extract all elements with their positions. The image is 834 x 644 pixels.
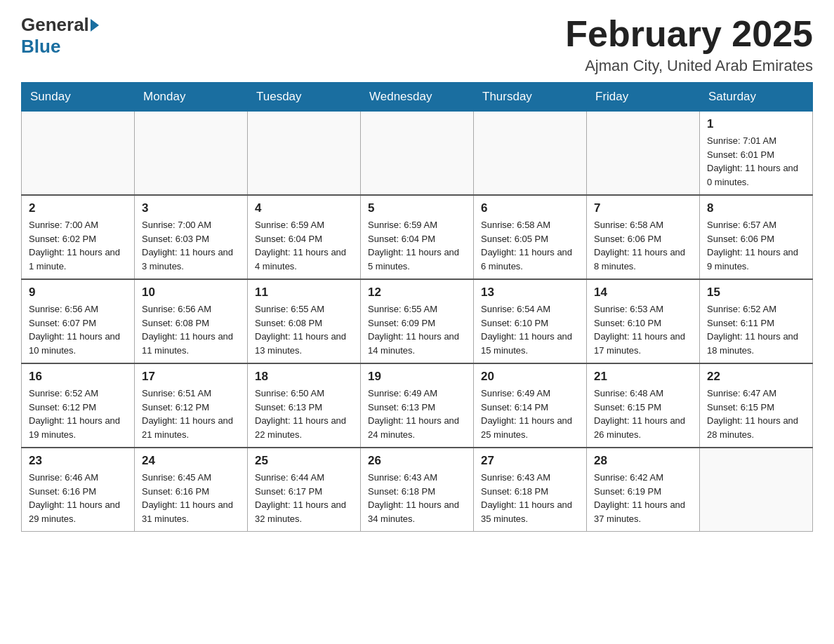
calendar-cell: 10Sunrise: 6:56 AMSunset: 6:08 PMDayligh… — [135, 279, 248, 363]
calendar-cell: 8Sunrise: 6:57 AMSunset: 6:06 PMDaylight… — [700, 195, 813, 279]
calendar-week-row: 16Sunrise: 6:52 AMSunset: 6:12 PMDayligh… — [22, 363, 813, 448]
day-info: Sunrise: 6:54 AMSunset: 6:10 PMDaylight:… — [481, 302, 579, 357]
day-number: 12 — [368, 286, 466, 300]
calendar-cell: 3Sunrise: 7:00 AMSunset: 6:03 PMDaylight… — [135, 195, 248, 279]
day-info: Sunrise: 6:59 AMSunset: 6:04 PMDaylight:… — [368, 218, 466, 273]
day-info: Sunrise: 6:55 AMSunset: 6:09 PMDaylight:… — [368, 302, 466, 357]
day-number: 19 — [368, 370, 466, 384]
calendar-cell — [361, 112, 474, 196]
day-number: 17 — [142, 370, 240, 384]
calendar-cell: 11Sunrise: 6:55 AMSunset: 6:08 PMDayligh… — [248, 279, 361, 363]
day-info: Sunrise: 6:56 AMSunset: 6:07 PMDaylight:… — [29, 302, 127, 357]
day-info: Sunrise: 7:00 AMSunset: 6:02 PMDaylight:… — [29, 218, 127, 273]
calendar-cell: 15Sunrise: 6:52 AMSunset: 6:11 PMDayligh… — [700, 279, 813, 363]
day-info: Sunrise: 6:56 AMSunset: 6:08 PMDaylight:… — [142, 302, 240, 357]
calendar-cell: 5Sunrise: 6:59 AMSunset: 6:04 PMDaylight… — [361, 195, 474, 279]
day-info: Sunrise: 6:45 AMSunset: 6:16 PMDaylight:… — [142, 471, 240, 525]
calendar-cell: 7Sunrise: 6:58 AMSunset: 6:06 PMDaylight… — [587, 195, 700, 279]
day-number: 2 — [29, 201, 127, 215]
calendar-cell: 26Sunrise: 6:43 AMSunset: 6:18 PMDayligh… — [361, 448, 474, 532]
weekday-header-saturday: Saturday — [700, 83, 813, 112]
calendar-table: SundayMondayTuesdayWednesdayThursdayFrid… — [21, 82, 813, 532]
page-header: General Blue February 2025 Ajman City, U… — [21, 14, 813, 75]
day-number: 14 — [594, 286, 692, 300]
logo-general-text: General — [21, 14, 89, 36]
calendar-cell: 1Sunrise: 7:01 AMSunset: 6:01 PMDaylight… — [700, 112, 813, 196]
day-number: 28 — [594, 454, 692, 468]
weekday-header-monday: Monday — [135, 83, 248, 112]
calendar-week-row: 23Sunrise: 6:46 AMSunset: 6:16 PMDayligh… — [22, 448, 813, 532]
day-info: Sunrise: 6:49 AMSunset: 6:13 PMDaylight:… — [368, 387, 466, 441]
day-info: Sunrise: 6:43 AMSunset: 6:18 PMDaylight:… — [368, 471, 466, 525]
weekday-header-wednesday: Wednesday — [361, 83, 474, 112]
day-info: Sunrise: 6:49 AMSunset: 6:14 PMDaylight:… — [481, 387, 579, 441]
weekday-header-tuesday: Tuesday — [248, 83, 361, 112]
day-info: Sunrise: 6:46 AMSunset: 6:16 PMDaylight:… — [29, 471, 127, 525]
day-number: 7 — [594, 201, 692, 215]
calendar-header-row: SundayMondayTuesdayWednesdayThursdayFrid… — [22, 83, 813, 112]
month-title: February 2025 — [565, 14, 813, 54]
day-info: Sunrise: 6:58 AMSunset: 6:06 PMDaylight:… — [594, 218, 692, 273]
calendar-cell — [135, 112, 248, 196]
day-info: Sunrise: 6:55 AMSunset: 6:08 PMDaylight:… — [255, 302, 353, 357]
day-number: 27 — [481, 454, 579, 468]
logo: General Blue — [21, 14, 100, 58]
calendar-cell: 23Sunrise: 6:46 AMSunset: 6:16 PMDayligh… — [22, 448, 135, 532]
day-number: 24 — [142, 454, 240, 468]
day-number: 26 — [368, 454, 466, 468]
calendar-week-row: 9Sunrise: 6:56 AMSunset: 6:07 PMDaylight… — [22, 279, 813, 363]
calendar-cell — [248, 112, 361, 196]
day-number: 10 — [142, 286, 240, 300]
day-number: 9 — [29, 286, 127, 300]
weekday-header-thursday: Thursday — [474, 83, 587, 112]
day-number: 13 — [481, 286, 579, 300]
calendar-cell: 13Sunrise: 6:54 AMSunset: 6:10 PMDayligh… — [474, 279, 587, 363]
calendar-cell: 18Sunrise: 6:50 AMSunset: 6:13 PMDayligh… — [248, 363, 361, 448]
day-number: 23 — [29, 454, 127, 468]
day-info: Sunrise: 6:43 AMSunset: 6:18 PMDaylight:… — [481, 471, 579, 525]
day-number: 22 — [707, 370, 805, 384]
calendar-cell: 12Sunrise: 6:55 AMSunset: 6:09 PMDayligh… — [361, 279, 474, 363]
calendar-cell: 6Sunrise: 6:58 AMSunset: 6:05 PMDaylight… — [474, 195, 587, 279]
calendar-cell: 20Sunrise: 6:49 AMSunset: 6:14 PMDayligh… — [474, 363, 587, 448]
calendar-cell: 9Sunrise: 6:56 AMSunset: 6:07 PMDaylight… — [22, 279, 135, 363]
calendar-cell: 4Sunrise: 6:59 AMSunset: 6:04 PMDaylight… — [248, 195, 361, 279]
day-number: 21 — [594, 370, 692, 384]
day-info: Sunrise: 6:59 AMSunset: 6:04 PMDaylight:… — [255, 218, 353, 273]
calendar-cell: 24Sunrise: 6:45 AMSunset: 6:16 PMDayligh… — [135, 448, 248, 532]
day-number: 4 — [255, 201, 353, 215]
calendar-cell: 21Sunrise: 6:48 AMSunset: 6:15 PMDayligh… — [587, 363, 700, 448]
calendar-cell: 25Sunrise: 6:44 AMSunset: 6:17 PMDayligh… — [248, 448, 361, 532]
calendar-cell: 28Sunrise: 6:42 AMSunset: 6:19 PMDayligh… — [587, 448, 700, 532]
calendar-cell: 14Sunrise: 6:53 AMSunset: 6:10 PMDayligh… — [587, 279, 700, 363]
day-info: Sunrise: 6:44 AMSunset: 6:17 PMDaylight:… — [255, 471, 353, 525]
calendar-cell: 16Sunrise: 6:52 AMSunset: 6:12 PMDayligh… — [22, 363, 135, 448]
day-number: 25 — [255, 454, 353, 468]
day-info: Sunrise: 6:58 AMSunset: 6:05 PMDaylight:… — [481, 218, 579, 273]
calendar-cell — [22, 112, 135, 196]
day-info: Sunrise: 6:57 AMSunset: 6:06 PMDaylight:… — [707, 218, 805, 273]
calendar-week-row: 2Sunrise: 7:00 AMSunset: 6:02 PMDaylight… — [22, 195, 813, 279]
title-section: February 2025 Ajman City, United Arab Em… — [565, 14, 813, 75]
day-info: Sunrise: 6:52 AMSunset: 6:12 PMDaylight:… — [29, 387, 127, 441]
day-number: 6 — [481, 201, 579, 215]
day-number: 20 — [481, 370, 579, 384]
day-info: Sunrise: 6:53 AMSunset: 6:10 PMDaylight:… — [594, 302, 692, 357]
logo-blue-text: Blue — [21, 36, 60, 58]
day-info: Sunrise: 7:00 AMSunset: 6:03 PMDaylight:… — [142, 218, 240, 273]
calendar-cell: 22Sunrise: 6:47 AMSunset: 6:15 PMDayligh… — [700, 363, 813, 448]
day-info: Sunrise: 6:50 AMSunset: 6:13 PMDaylight:… — [255, 387, 353, 441]
calendar-cell — [587, 112, 700, 196]
day-number: 16 — [29, 370, 127, 384]
weekday-header-friday: Friday — [587, 83, 700, 112]
day-number: 15 — [707, 286, 805, 300]
day-info: Sunrise: 6:48 AMSunset: 6:15 PMDaylight:… — [594, 387, 692, 441]
day-info: Sunrise: 6:47 AMSunset: 6:15 PMDaylight:… — [707, 387, 805, 441]
day-number: 3 — [142, 201, 240, 215]
day-info: Sunrise: 6:52 AMSunset: 6:11 PMDaylight:… — [707, 302, 805, 357]
calendar-cell — [700, 448, 813, 532]
calendar-cell — [474, 112, 587, 196]
calendar-cell: 17Sunrise: 6:51 AMSunset: 6:12 PMDayligh… — [135, 363, 248, 448]
weekday-header-sunday: Sunday — [22, 83, 135, 112]
day-number: 5 — [368, 201, 466, 215]
